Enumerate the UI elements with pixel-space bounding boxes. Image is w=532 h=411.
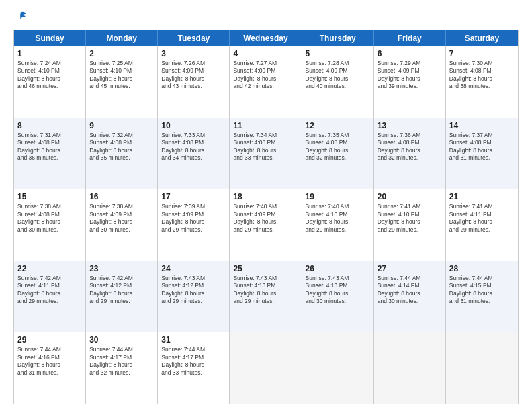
cell-info: Sunrise: 7:44 AMSunset: 4:14 PMDaylight:… xyxy=(378,275,442,306)
cell-info: Sunrise: 7:31 AMSunset: 4:08 PMDaylight:… xyxy=(17,132,82,163)
calendar-cell: 1Sunrise: 7:24 AMSunset: 4:10 PMDaylight… xyxy=(14,46,86,118)
header-day-friday: Friday xyxy=(374,30,446,46)
cell-info: Sunrise: 7:42 AMSunset: 4:11 PMDaylight:… xyxy=(17,275,82,306)
header xyxy=(13,11,519,23)
cell-info: Sunrise: 7:37 AMSunset: 4:08 PMDaylight:… xyxy=(449,132,515,163)
cell-info: Sunrise: 7:29 AMSunset: 4:09 PMDaylight:… xyxy=(378,60,442,91)
calendar-cell: 7Sunrise: 7:30 AMSunset: 4:08 PMDaylight… xyxy=(446,46,518,118)
calendar-cell xyxy=(374,332,446,404)
day-number: 26 xyxy=(306,264,370,273)
cell-info: Sunrise: 7:43 AMSunset: 4:13 PMDaylight:… xyxy=(306,275,370,306)
day-number: 14 xyxy=(449,121,515,130)
day-number: 10 xyxy=(161,121,226,130)
calendar-cell: 12Sunrise: 7:35 AMSunset: 4:08 PMDayligh… xyxy=(302,118,374,189)
logo xyxy=(13,11,27,23)
day-number: 11 xyxy=(233,121,298,130)
calendar-cell: 26Sunrise: 7:43 AMSunset: 4:13 PMDayligh… xyxy=(302,261,374,332)
logo-bird-icon xyxy=(15,11,27,23)
calendar-cell: 8Sunrise: 7:31 AMSunset: 4:08 PMDaylight… xyxy=(14,118,86,189)
calendar-cell: 14Sunrise: 7:37 AMSunset: 4:08 PMDayligh… xyxy=(446,118,518,189)
cell-info: Sunrise: 7:40 AMSunset: 4:10 PMDaylight:… xyxy=(306,203,370,234)
calendar-cell: 18Sunrise: 7:40 AMSunset: 4:09 PMDayligh… xyxy=(230,189,302,261)
cell-info: Sunrise: 7:30 AMSunset: 4:08 PMDaylight:… xyxy=(449,60,515,91)
day-number: 7 xyxy=(449,49,515,58)
day-number: 4 xyxy=(233,49,298,58)
calendar-cell: 16Sunrise: 7:38 AMSunset: 4:09 PMDayligh… xyxy=(86,189,158,261)
day-number: 25 xyxy=(233,264,298,273)
day-number: 29 xyxy=(17,335,82,345)
calendar-cell: 23Sunrise: 7:42 AMSunset: 4:12 PMDayligh… xyxy=(86,261,158,332)
calendar-cell: 2Sunrise: 7:25 AMSunset: 4:10 PMDaylight… xyxy=(86,46,158,118)
calendar-cell: 11Sunrise: 7:34 AMSunset: 4:08 PMDayligh… xyxy=(230,118,302,189)
day-number: 31 xyxy=(161,335,226,345)
cell-info: Sunrise: 7:43 AMSunset: 4:13 PMDaylight:… xyxy=(233,275,298,306)
calendar-body: 1Sunrise: 7:24 AMSunset: 4:10 PMDaylight… xyxy=(14,46,518,404)
calendar-cell: 29Sunrise: 7:44 AMSunset: 4:16 PMDayligh… xyxy=(14,332,86,404)
calendar-cell: 30Sunrise: 7:44 AMSunset: 4:17 PMDayligh… xyxy=(86,332,158,404)
cell-info: Sunrise: 7:44 AMSunset: 4:17 PMDaylight:… xyxy=(161,346,226,377)
calendar-cell: 27Sunrise: 7:44 AMSunset: 4:14 PMDayligh… xyxy=(374,261,446,332)
day-number: 24 xyxy=(161,264,226,273)
calendar-cell xyxy=(302,332,374,404)
day-number: 27 xyxy=(378,264,442,273)
header-day-saturday: Saturday xyxy=(446,30,518,46)
calendar-cell: 9Sunrise: 7:32 AMSunset: 4:08 PMDaylight… xyxy=(86,118,158,189)
cell-info: Sunrise: 7:38 AMSunset: 4:09 PMDaylight:… xyxy=(89,203,154,234)
day-number: 30 xyxy=(89,335,154,345)
cell-info: Sunrise: 7:35 AMSunset: 4:08 PMDaylight:… xyxy=(306,132,370,163)
day-number: 19 xyxy=(306,192,370,201)
day-number: 13 xyxy=(378,121,442,130)
cell-info: Sunrise: 7:44 AMSunset: 4:15 PMDaylight:… xyxy=(449,275,515,306)
cell-info: Sunrise: 7:44 AMSunset: 4:17 PMDaylight:… xyxy=(89,346,154,377)
day-number: 8 xyxy=(17,121,82,130)
calendar-cell: 22Sunrise: 7:42 AMSunset: 4:11 PMDayligh… xyxy=(14,261,86,332)
day-number: 23 xyxy=(89,264,154,273)
calendar-cell xyxy=(230,332,302,404)
page: SundayMondayTuesdayWednesdayThursdayFrid… xyxy=(0,0,532,411)
cell-info: Sunrise: 7:25 AMSunset: 4:10 PMDaylight:… xyxy=(89,60,154,91)
calendar-row-2: 8Sunrise: 7:31 AMSunset: 4:08 PMDaylight… xyxy=(14,118,518,190)
calendar-cell: 20Sunrise: 7:41 AMSunset: 4:10 PMDayligh… xyxy=(374,189,446,261)
cell-info: Sunrise: 7:43 AMSunset: 4:12 PMDaylight:… xyxy=(161,275,226,306)
calendar-row-1: 1Sunrise: 7:24 AMSunset: 4:10 PMDaylight… xyxy=(14,46,518,118)
day-number: 17 xyxy=(161,192,226,201)
day-number: 15 xyxy=(17,192,82,201)
header-day-monday: Monday xyxy=(86,30,158,46)
calendar-cell: 3Sunrise: 7:26 AMSunset: 4:09 PMDaylight… xyxy=(158,46,230,118)
cell-info: Sunrise: 7:44 AMSunset: 4:16 PMDaylight:… xyxy=(17,346,82,377)
calendar-cell: 15Sunrise: 7:38 AMSunset: 4:08 PMDayligh… xyxy=(14,189,86,261)
calendar: SundayMondayTuesdayWednesdayThursdayFrid… xyxy=(13,30,519,404)
calendar-header: SundayMondayTuesdayWednesdayThursdayFrid… xyxy=(14,30,518,46)
cell-info: Sunrise: 7:34 AMSunset: 4:08 PMDaylight:… xyxy=(233,132,298,163)
calendar-cell: 4Sunrise: 7:27 AMSunset: 4:09 PMDaylight… xyxy=(230,46,302,118)
cell-info: Sunrise: 7:36 AMSunset: 4:08 PMDaylight:… xyxy=(378,132,442,163)
cell-info: Sunrise: 7:41 AMSunset: 4:11 PMDaylight:… xyxy=(449,203,515,234)
day-number: 9 xyxy=(89,121,154,130)
calendar-cell: 19Sunrise: 7:40 AMSunset: 4:10 PMDayligh… xyxy=(302,189,374,261)
calendar-cell: 17Sunrise: 7:39 AMSunset: 4:09 PMDayligh… xyxy=(158,189,230,261)
cell-info: Sunrise: 7:39 AMSunset: 4:09 PMDaylight:… xyxy=(161,203,226,234)
day-number: 20 xyxy=(378,192,442,201)
cell-info: Sunrise: 7:38 AMSunset: 4:08 PMDaylight:… xyxy=(17,203,82,234)
day-number: 1 xyxy=(17,49,82,58)
day-number: 6 xyxy=(378,49,442,58)
cell-info: Sunrise: 7:41 AMSunset: 4:10 PMDaylight:… xyxy=(378,203,442,234)
calendar-row-5: 29Sunrise: 7:44 AMSunset: 4:16 PMDayligh… xyxy=(14,332,518,404)
day-number: 22 xyxy=(17,264,82,273)
calendar-cell: 6Sunrise: 7:29 AMSunset: 4:09 PMDaylight… xyxy=(374,46,446,118)
calendar-cell: 24Sunrise: 7:43 AMSunset: 4:12 PMDayligh… xyxy=(158,261,230,332)
cell-info: Sunrise: 7:26 AMSunset: 4:09 PMDaylight:… xyxy=(161,60,226,91)
cell-info: Sunrise: 7:27 AMSunset: 4:09 PMDaylight:… xyxy=(233,60,298,91)
calendar-cell: 25Sunrise: 7:43 AMSunset: 4:13 PMDayligh… xyxy=(230,261,302,332)
calendar-cell: 28Sunrise: 7:44 AMSunset: 4:15 PMDayligh… xyxy=(446,261,518,332)
day-number: 18 xyxy=(233,192,298,201)
header-day-thursday: Thursday xyxy=(302,30,374,46)
header-day-tuesday: Tuesday xyxy=(158,30,230,46)
calendar-cell: 21Sunrise: 7:41 AMSunset: 4:11 PMDayligh… xyxy=(446,189,518,261)
day-number: 28 xyxy=(449,264,515,273)
calendar-row-3: 15Sunrise: 7:38 AMSunset: 4:08 PMDayligh… xyxy=(14,189,518,261)
calendar-cell: 13Sunrise: 7:36 AMSunset: 4:08 PMDayligh… xyxy=(374,118,446,189)
day-number: 21 xyxy=(449,192,515,201)
cell-info: Sunrise: 7:28 AMSunset: 4:09 PMDaylight:… xyxy=(306,60,370,91)
day-number: 3 xyxy=(161,49,226,58)
